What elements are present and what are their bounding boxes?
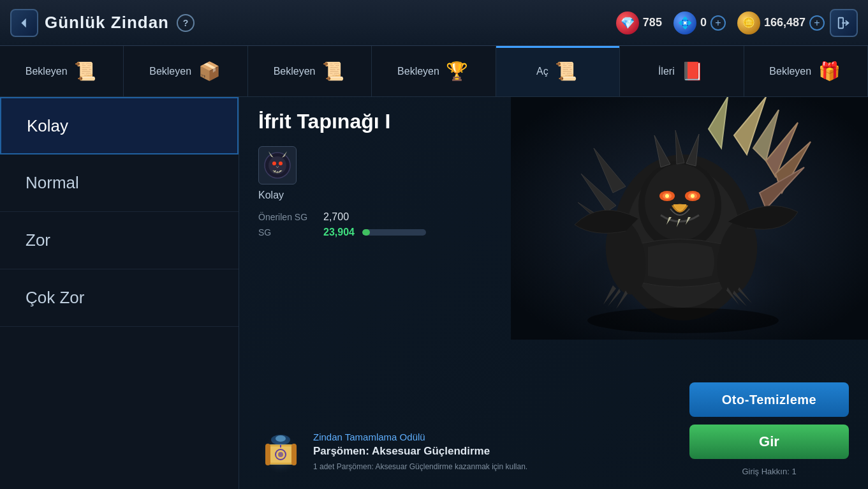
difficulty-kolay[interactable]: Kolay <box>0 97 239 154</box>
tab-bekleyen-4[interactable]: Bekleyen 🏆 <box>372 46 496 96</box>
gem-blue-value: 0 <box>700 16 707 29</box>
svg-point-43 <box>272 162 276 165</box>
reward-completion-label: Zindan Tamamlama Odülü <box>313 432 677 442</box>
gem-red-item: 💎 785 <box>616 11 662 34</box>
reward-text: Zindan Tamamlama Odülü Parşömen: Aksesua… <box>313 432 677 472</box>
header: Günlük Zindan ? 💎 785 💠 0 + 🪙 166,487 + <box>0 0 868 46</box>
suggested-sg-row: Önerilen SG 2,700 <box>258 211 498 223</box>
main-content: Kolay Normal Zor Çok Zor <box>0 97 868 489</box>
dungeon-info: İfrit Tapınağı I <box>258 110 498 242</box>
back-button[interactable] <box>10 9 38 37</box>
gem-blue-icon: 💠 <box>673 11 696 34</box>
svg-point-44 <box>279 162 283 165</box>
boss-icon <box>258 146 297 184</box>
tab-icon-5: 📜 <box>554 59 579 84</box>
svg-rect-52 <box>291 444 297 465</box>
boss-image <box>511 97 868 340</box>
page-title: Günlük Zindan <box>45 13 169 33</box>
reward-name: Parşömen: Aksesuar Güçlendirme <box>313 445 677 458</box>
coin-add-button[interactable]: + <box>809 15 825 31</box>
dungeon-title: İfrit Tapınağı I <box>258 110 498 133</box>
tab-bekleyen-7[interactable]: Bekleyen 🎁 <box>744 46 868 96</box>
stats-area: Önerilen SG 2,700 SG 23,904 <box>258 211 498 238</box>
tabs-bar: Bekleyen 📜 Bekleyen 📦 Bekleyen 📜 Bekleye… <box>0 46 868 97</box>
gem-blue-add-button[interactable]: + <box>710 15 726 31</box>
coin-icon: 🪙 <box>737 11 760 34</box>
entry-rights-label: Giriş Hakkın: 1 <box>689 467 849 476</box>
action-buttons: Oto-Temizleme Gir Giriş Hakkın: 1 <box>689 382 849 476</box>
tab-ileri[interactable]: İleri 📕 <box>620 46 744 96</box>
reward-section: Zindan Tamamlama Odülü Parşömen: Aksesua… <box>258 432 677 476</box>
tab-icon-4: 🏆 <box>445 59 470 84</box>
svg-point-23 <box>691 194 695 198</box>
tab-icon-2: 📦 <box>196 59 222 84</box>
svg-point-17 <box>645 164 715 241</box>
gem-red-icon: 💎 <box>616 11 639 34</box>
sg-row: SG 23,904 <box>258 227 498 238</box>
coin-value: 166,487 <box>764 16 805 29</box>
sg-progress-fill <box>362 229 370 236</box>
difficulty-list: Kolay Normal Zor Çok Zor <box>0 97 239 489</box>
tab-icon-7: 🎁 <box>816 59 842 84</box>
svg-point-54 <box>278 452 283 457</box>
tab-bekleyen-2[interactable]: Bekleyen 📦 <box>124 46 247 96</box>
suggested-sg-value: 2,700 <box>323 211 349 223</box>
help-button[interactable]: ? <box>177 14 195 32</box>
difficulty-display-label: Kolay <box>258 190 498 201</box>
svg-marker-0 <box>21 18 26 27</box>
gem-blue-item: 💠 0 + <box>673 11 726 34</box>
auto-clear-button[interactable]: Oto-Temizleme <box>689 382 849 417</box>
tab-bekleyen-1[interactable]: Bekleyen 📜 <box>0 46 124 96</box>
svg-point-38 <box>587 308 779 333</box>
currency-group: 💎 785 💠 0 + 🪙 166,487 + <box>616 11 825 34</box>
enter-button[interactable]: Gir <box>689 425 849 459</box>
exit-button[interactable] <box>830 9 858 37</box>
svg-rect-51 <box>265 444 270 465</box>
suggested-sg-label: Önerilen SG <box>258 212 316 222</box>
sg-label: SG <box>258 227 316 237</box>
difficulty-normal[interactable]: Normal <box>0 154 239 212</box>
svg-point-22 <box>665 194 669 198</box>
gem-red-value: 785 <box>643 16 662 29</box>
difficulty-cok-zor[interactable]: Çok Zor <box>0 269 239 327</box>
coin-item: 🪙 166,487 + <box>737 11 825 34</box>
tab-icon-6: 📕 <box>680 59 705 84</box>
tab-icon-3: 📜 <box>320 59 346 84</box>
reward-description: 1 adet Parşömen: Aksesuar Güçlendirme ka… <box>313 462 677 472</box>
difficulty-zor[interactable]: Zor <box>0 212 239 269</box>
boss-icon-area <box>258 146 498 184</box>
tab-icon-1: 📜 <box>73 59 98 84</box>
tab-ac[interactable]: Aç 📜 <box>496 46 620 96</box>
right-panel: İfrit Tapınağı I <box>239 97 868 489</box>
tab-bekleyen-3[interactable]: Bekleyen 📜 <box>248 46 372 96</box>
sg-progress-bar <box>362 229 426 236</box>
svg-point-57 <box>276 435 286 442</box>
sg-value: 23,904 <box>323 227 355 238</box>
reward-icon <box>258 432 303 476</box>
